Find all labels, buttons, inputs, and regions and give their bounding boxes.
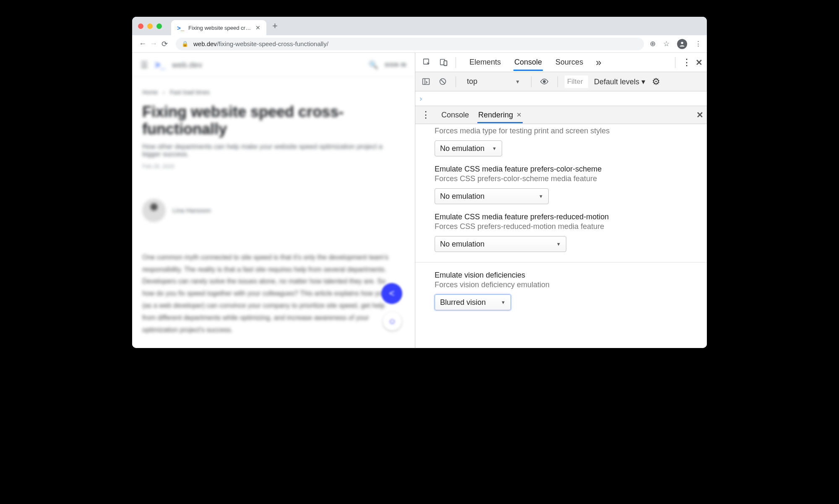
reduced-motion-subtitle: Forces CSS prefers-reduced-motion media … [435, 222, 696, 231]
color-scheme-select[interactable]: No emulation ▼ [435, 188, 549, 204]
context-value: top [467, 77, 477, 86]
devtools-tabs: Elements Console Sources » [469, 54, 670, 71]
console-settings-icon[interactable]: ⚙ [652, 76, 660, 87]
device-toolbar-icon[interactable] [436, 55, 451, 70]
minimize-window-button[interactable] [147, 23, 153, 29]
vision-deficiency-select[interactable]: Blurred vision ▼ [435, 294, 511, 310]
reload-button[interactable]: ⟳ [159, 39, 170, 49]
log-levels-select[interactable]: Default levels ▾ [594, 77, 645, 86]
breadcrumb-item[interactable]: Home [142, 89, 158, 96]
drawer-menu-icon[interactable]: ⋮ [419, 109, 433, 120]
forward-button[interactable]: → [148, 39, 159, 48]
drawer-close-icon[interactable]: ✕ [696, 110, 704, 120]
console-filter-input[interactable] [565, 75, 588, 88]
vision-title: Emulate vision deficiencies [435, 271, 696, 280]
console-prompt-icon: › [420, 94, 422, 103]
svg-point-7 [543, 81, 545, 83]
share-fab[interactable]: < [381, 283, 402, 304]
clear-console-icon[interactable] [436, 75, 449, 88]
author-block: Lina Hansson [142, 199, 391, 222]
tab-title: Fixing website speed cross-functionally [188, 25, 251, 31]
install-icon[interactable]: ⊕ [650, 39, 656, 48]
brand-logo-icon[interactable]: >_ [155, 60, 165, 70]
address-bar: ← → ⟳ 🔒 web.dev/fixing-website-speed-cro… [132, 35, 707, 53]
select-value: No emulation [440, 192, 485, 201]
console-toolbar: top ▼ Default levels ▾ ⚙ [415, 72, 707, 91]
select-value: No emulation [440, 144, 485, 153]
more-tabs-icon[interactable]: » [596, 57, 601, 68]
breadcrumb-item[interactable]: Fast load times [170, 89, 210, 96]
console-output[interactable]: › [415, 91, 707, 106]
select-value: No emulation [440, 240, 485, 249]
author-name[interactable]: Lina Hansson [172, 207, 211, 214]
lock-icon: 🔒 [182, 41, 188, 47]
browser-window: >_ Fixing website speed cross-functional… [132, 17, 707, 348]
brand-text[interactable]: web.dev [172, 60, 202, 70]
maximize-window-button[interactable] [156, 23, 162, 29]
tab-strip: >_ Fixing website speed cross-functional… [132, 17, 707, 35]
section-divider [415, 262, 707, 262]
media-type-select[interactable]: No emulation ▼ [435, 140, 502, 156]
tab-close-icon[interactable]: ✕ [516, 111, 522, 119]
reduced-motion-title: Emulate CSS media feature prefers-reduce… [435, 213, 696, 221]
url-path: /fixing-website-speed-cross-functionally… [217, 40, 328, 47]
drawer-tab-label: Rendering [478, 111, 513, 120]
window-controls [138, 23, 162, 29]
address-field[interactable]: 🔒 web.dev/fixing-website-speed-cross-fun… [176, 38, 644, 50]
inspect-element-icon[interactable] [420, 55, 434, 70]
tab-close-button[interactable]: ✕ [255, 24, 261, 31]
close-window-button[interactable] [138, 23, 143, 29]
reduced-motion-select[interactable]: No emulation ▼ [435, 236, 566, 252]
menu-icon[interactable]: ☰ [141, 60, 148, 70]
select-value: Blurred vision [440, 298, 486, 307]
chevron-down-icon: ▼ [539, 194, 543, 199]
favicon-icon: >_ [177, 24, 184, 31]
page-title: Fixing website speed cross-functionally [142, 103, 391, 138]
chat-icon: ☺ [388, 317, 396, 326]
chevron-down-icon: ▼ [556, 242, 561, 247]
dropdown-icon: ▼ [515, 79, 520, 85]
breadcrumb: Home › Fast load times [142, 89, 391, 96]
site-header: ☰ >_ web.dev 🔍 SIGN IN [132, 53, 415, 77]
profile-avatar-icon[interactable] [677, 39, 687, 49]
svg-point-0 [681, 42, 683, 44]
share-icon: < [389, 288, 395, 299]
color-scheme-subtitle: Forces CSS prefers-color-scheme media fe… [435, 174, 696, 183]
publish-date: Feb 28, 2020 [142, 163, 391, 169]
vision-subtitle: Forces vision deficiency emulation [435, 281, 696, 289]
drawer-tab-rendering[interactable]: Rendering ✕ [477, 107, 523, 123]
page-subtitle: How other departments can help make your… [142, 143, 391, 158]
chevron-right-icon: › [163, 89, 165, 96]
url-host: web.dev [193, 40, 217, 47]
color-scheme-title: Emulate CSS media feature prefers-color-… [435, 165, 696, 174]
chevron-down-icon: ▼ [501, 300, 505, 305]
console-sidebar-toggle-icon[interactable] [420, 75, 432, 88]
webpage-viewport[interactable]: ☰ >_ web.dev 🔍 SIGN IN Home › Fast load … [132, 53, 415, 348]
devtools-close-icon[interactable]: ✕ [696, 57, 703, 68]
live-expression-icon[interactable] [538, 75, 551, 88]
tab-console[interactable]: Console [513, 54, 543, 71]
devtools-topbar: Elements Console Sources » ⋮ ✕ [415, 53, 707, 72]
feedback-fab[interactable]: ☺ [383, 312, 401, 330]
tab-sources[interactable]: Sources [555, 54, 584, 71]
new-tab-button[interactable]: + [266, 21, 284, 31]
signin-link[interactable]: SIGN IN [385, 62, 406, 68]
back-button[interactable]: ← [137, 39, 148, 48]
devtools-panel: Elements Console Sources » ⋮ ✕ [415, 53, 707, 348]
browser-tab[interactable]: >_ Fixing website speed cross-functional… [171, 20, 266, 35]
address-bar-right: ⊕ ☆ ⋮ [650, 39, 702, 49]
media-type-subtitle: Forces media type for testing print and … [435, 127, 696, 135]
devtools-menu-icon[interactable]: ⋮ [682, 57, 691, 68]
drawer-tab-console[interactable]: Console [440, 107, 470, 123]
chrome-menu-icon[interactable]: ⋮ [695, 39, 702, 48]
bookmark-star-icon[interactable]: ☆ [663, 39, 670, 48]
svg-rect-3 [444, 61, 447, 65]
chevron-down-icon: ▼ [492, 146, 497, 151]
tab-elements[interactable]: Elements [469, 54, 502, 71]
article-body: One common myth connected to site speed … [142, 252, 391, 336]
drawer-tabs: ⋮ Console Rendering ✕ ✕ [415, 106, 707, 124]
execution-context-select[interactable]: top ▼ [463, 77, 524, 86]
author-avatar [142, 199, 166, 222]
rendering-panel[interactable]: Forces media type for testing print and … [415, 124, 707, 348]
search-icon[interactable]: 🔍 [369, 60, 378, 70]
